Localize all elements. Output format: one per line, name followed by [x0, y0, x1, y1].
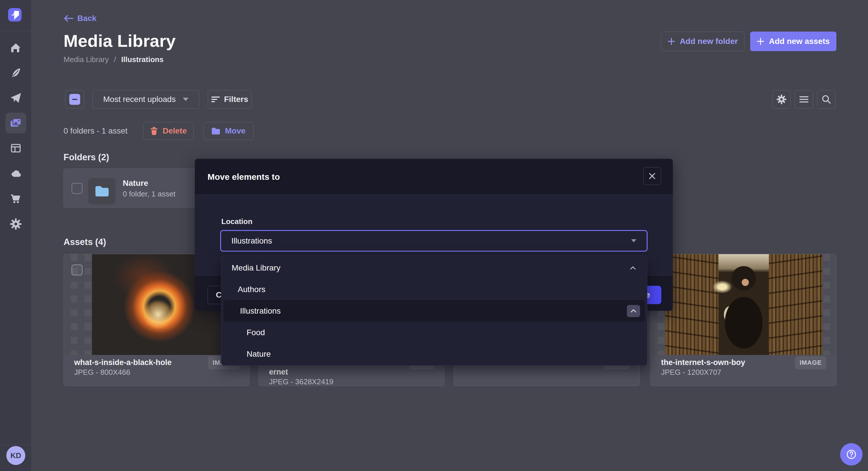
checkbox-indeterminate	[69, 94, 80, 105]
cloud-icon	[9, 167, 22, 180]
sidebar-item-purchases[interactable]	[5, 189, 26, 209]
sidebar-item-content[interactable]	[5, 62, 26, 83]
list-view-button[interactable]	[795, 90, 813, 108]
folder-icon-box	[88, 178, 116, 204]
folder-icon	[95, 185, 110, 198]
home-icon	[9, 41, 22, 54]
breadcrumb-current: Illustrations	[121, 55, 163, 64]
asset-checkbox[interactable]	[71, 265, 83, 275]
close-button[interactable]	[643, 167, 661, 185]
dropdown-option-label: Media Library	[232, 263, 281, 273]
location-dropdown: Media Library Authors Illustrations Food…	[221, 256, 647, 366]
sidebar-item-webtools[interactable]	[5, 138, 26, 159]
question-mark-icon	[845, 448, 857, 460]
search-icon	[821, 94, 832, 105]
sort-value: Most recent uploads	[103, 95, 176, 104]
asset-type-badge: IMAGE	[795, 356, 826, 369]
add-new-assets-button[interactable]: Add new assets	[750, 32, 836, 51]
view-settings-button[interactable]	[772, 90, 791, 108]
chevron-down-icon	[183, 98, 189, 101]
selection-summary: 0 folders - 1 asset	[64, 126, 128, 136]
assets-heading: Assets (4)	[64, 237, 106, 247]
dropdown-option-label: Food	[247, 328, 265, 337]
dropdown-option-label: Illustrations	[240, 306, 281, 316]
sidebar-item-cloud[interactable]	[5, 163, 26, 184]
location-label: Location	[221, 217, 252, 226]
back-link[interactable]: Back	[64, 14, 97, 23]
chevron-up-icon[interactable]	[629, 265, 637, 271]
arrow-left-icon	[64, 14, 73, 23]
strapi-logo[interactable]	[8, 8, 22, 22]
folder-name: Nature	[123, 179, 148, 188]
modal-header: Move elements to	[195, 159, 673, 195]
settings-icon	[776, 94, 787, 105]
sort-select[interactable]: Most recent uploads	[93, 90, 199, 108]
sidebar: KD	[0, 0, 32, 471]
delete-label: Delete	[163, 126, 187, 136]
plus-icon	[668, 38, 675, 45]
back-label: Back	[77, 14, 97, 23]
folder-icon	[211, 127, 220, 135]
breadcrumb: Media Library / Illustrations	[64, 55, 163, 64]
location-combobox[interactable]: Illustrations	[220, 230, 648, 251]
app-root: KD Back Media Library Media Library / Il…	[0, 0, 868, 471]
location-value: Illustrations	[231, 236, 272, 245]
avatar-initials: KD	[10, 451, 21, 460]
sidebar-item-releases[interactable]	[5, 88, 26, 108]
trash-icon	[150, 127, 158, 135]
sidebar-item-settings[interactable]	[5, 214, 26, 234]
filters-label: Filters	[224, 95, 248, 104]
send-icon	[9, 92, 22, 104]
delete-button[interactable]: Delete	[143, 122, 194, 140]
chevron-up-icon	[630, 308, 637, 314]
collapse-folder-button[interactable]	[627, 305, 640, 317]
filters-button[interactable]: Filters	[208, 90, 252, 108]
folder-meta: 0 folder, 1 asset	[123, 190, 176, 198]
breadcrumb-parent[interactable]: Media Library	[64, 55, 109, 64]
dropdown-option-illustrations[interactable]: Illustrations	[224, 300, 645, 322]
media-library-icon	[9, 116, 23, 130]
add-new-folder-label: Add new folder	[680, 37, 738, 46]
chevron-down-icon	[631, 239, 636, 242]
dropdown-option-label: Nature	[247, 349, 271, 359]
sidebar-item-media-library[interactable]	[5, 112, 26, 133]
modal-title: Move elements to	[208, 172, 280, 182]
breadcrumb-separator: /	[114, 55, 116, 64]
sidebar-item-home[interactable]	[5, 37, 26, 58]
asset-thumbnail	[651, 254, 836, 355]
sidebar-divider-top	[0, 31, 32, 31]
help-button[interactable]	[840, 443, 863, 466]
add-new-assets-label: Add new assets	[769, 37, 830, 46]
move-button[interactable]: Move	[203, 122, 253, 140]
folder-checkbox[interactable]	[71, 183, 83, 194]
filter-icon	[211, 96, 220, 103]
strapi-logo-icon	[8, 8, 22, 22]
feather-icon	[9, 66, 22, 79]
asset-meta: JPEG - 3628X2419	[269, 377, 434, 386]
layout-icon	[9, 142, 22, 155]
add-new-folder-button[interactable]: Add new folder	[661, 32, 744, 51]
avatar[interactable]: KD	[6, 446, 25, 465]
asset-name: ernet	[269, 367, 434, 377]
dropdown-option-label: Authors	[238, 285, 266, 294]
folders-heading: Folders (2)	[64, 152, 109, 163]
library-photo	[665, 254, 822, 355]
dropdown-option-authors[interactable]: Authors	[221, 278, 647, 300]
page-title: Media Library	[64, 31, 176, 51]
cart-icon	[9, 193, 22, 205]
dropdown-option-food[interactable]: Food	[221, 322, 647, 343]
asset-card[interactable]: the-internet-s-own-boy JPEG - 1200X707 I…	[650, 254, 836, 386]
close-icon	[648, 172, 656, 180]
search-button[interactable]	[817, 90, 836, 108]
move-label: Move	[225, 126, 246, 136]
dropdown-option-nature[interactable]: Nature	[221, 343, 647, 365]
plus-icon	[757, 38, 764, 45]
select-all-checkbox[interactable]	[65, 90, 84, 108]
settings-icon	[9, 218, 22, 230]
list-icon	[799, 95, 809, 103]
dropdown-option-media-library[interactable]: Media Library	[221, 257, 647, 278]
